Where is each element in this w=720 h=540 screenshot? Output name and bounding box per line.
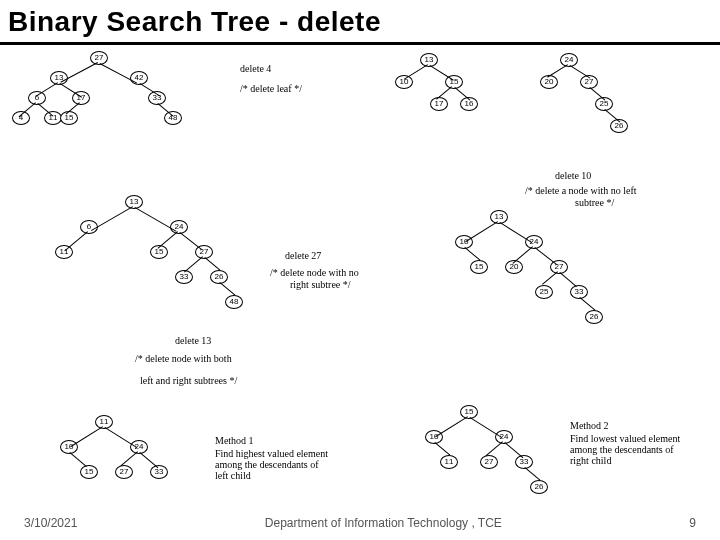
- caption-method1-line2: among the descendants of: [215, 459, 319, 471]
- tree-edge: [542, 271, 558, 285]
- tree-node: 17: [430, 97, 448, 111]
- tree-node: 10: [395, 75, 413, 89]
- tree-edge: [499, 222, 532, 243]
- tree-edge: [204, 257, 220, 271]
- footer: 3/10/2021 Department of Information Tech…: [0, 516, 720, 530]
- tree-edge: [524, 467, 540, 481]
- caption-delete-4: delete 4: [240, 63, 271, 75]
- tree-edge: [534, 247, 557, 265]
- caption-method2-line3: right child: [570, 455, 611, 467]
- tree-edge: [157, 231, 178, 248]
- tree-edge: [559, 272, 576, 287]
- tree-edge: [64, 231, 88, 251]
- tree-edge: [179, 232, 202, 250]
- tree-edge: [579, 297, 595, 311]
- tree-edge: [512, 246, 533, 263]
- tree-node: 15: [80, 465, 98, 479]
- caption-delete-13: delete 13: [175, 335, 211, 347]
- diagram-area: delete 4 /* delete leaf */ delete 10 /* …: [0, 45, 720, 495]
- tree-node: 15: [60, 111, 78, 125]
- tree-edge: [69, 452, 86, 467]
- tree-edge: [464, 247, 480, 261]
- tree-edge: [547, 64, 568, 78]
- caption-delete-noright-2: right subtree */: [290, 279, 351, 291]
- tree-edge: [504, 442, 523, 458]
- tree-edge: [135, 207, 177, 232]
- caption-delete-noleft-1: /* delete a node with no left: [525, 185, 637, 197]
- tree-edge: [121, 451, 138, 466]
- tree-node: 27: [480, 455, 498, 469]
- tree-edge: [469, 417, 502, 438]
- tree-node: 11: [55, 245, 73, 259]
- tree-edge: [139, 452, 158, 468]
- page-title: Binary Search Tree - delete: [0, 0, 720, 45]
- caption-delete-leaf: /* delete leaf */: [240, 83, 302, 95]
- tree-edge: [104, 427, 137, 448]
- caption-delete-both-1: /* delete node with both: [135, 353, 232, 365]
- tree-node: 26: [530, 480, 548, 494]
- caption-method1-line1: Find highest valued element: [215, 448, 328, 460]
- caption-method1-title: Method 1: [215, 435, 254, 447]
- tree-node: 11: [440, 455, 458, 469]
- caption-delete-10: delete 10: [555, 170, 591, 182]
- tree-edge: [184, 256, 203, 272]
- tree-node: 33: [150, 465, 168, 479]
- tree-edge: [70, 426, 103, 447]
- tree-node: 20: [540, 75, 558, 89]
- caption-delete-27: delete 27: [285, 250, 321, 262]
- tree-node: 48: [164, 111, 182, 125]
- caption-delete-noright-1: /* delete node with no: [270, 267, 359, 279]
- tree-node: 26: [585, 310, 603, 324]
- footer-dept: Department of Information Technology , T…: [265, 516, 502, 530]
- tree-edge: [91, 206, 133, 231]
- tree-node: 25: [535, 285, 553, 299]
- caption-delete-both-2: left and right subtrees */: [140, 375, 237, 387]
- caption-method1-line3: left child: [215, 470, 251, 482]
- tree-edge: [35, 82, 58, 97]
- tree-node: 27: [115, 465, 133, 479]
- tree-edge: [435, 416, 468, 437]
- caption-method2-title: Method 2: [570, 420, 609, 432]
- caption-method2-line1: Find lowest valued element: [570, 433, 680, 445]
- footer-page: 9: [689, 516, 696, 530]
- footer-date: 3/10/2021: [24, 516, 77, 530]
- tree-edge: [60, 62, 98, 83]
- caption-method2-line2: among the descendants of: [570, 444, 674, 456]
- tree-edge: [465, 221, 498, 242]
- caption-delete-noleft-2: subtree */: [575, 197, 614, 209]
- tree-edge: [219, 282, 235, 296]
- tree-edge: [486, 441, 503, 456]
- tree-node: 48: [225, 295, 243, 309]
- tree-edge: [429, 65, 453, 81]
- tree-edge: [434, 442, 450, 456]
- tree-edge: [404, 64, 428, 80]
- tree-node: 15: [470, 260, 488, 274]
- tree-edge: [569, 65, 590, 79]
